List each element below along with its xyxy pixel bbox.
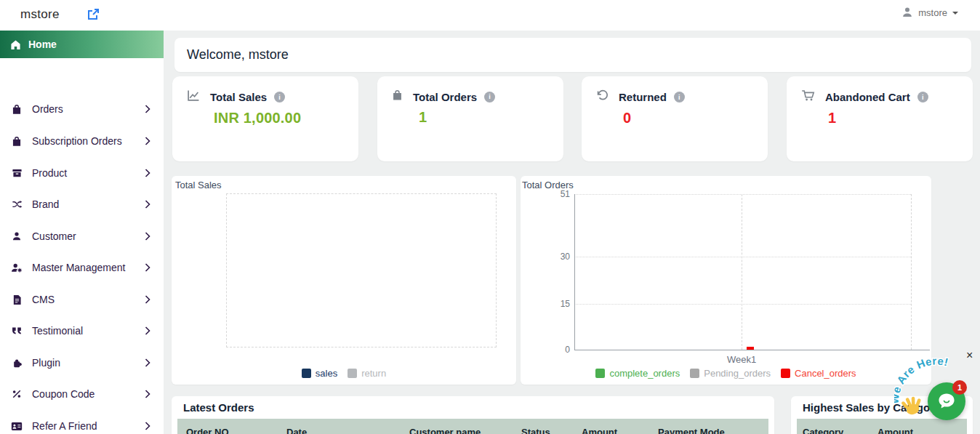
external-link-icon[interactable] bbox=[87, 8, 100, 21]
y-tick-label: 30 bbox=[548, 252, 570, 262]
person-gear-icon bbox=[10, 262, 23, 273]
legend-swatch bbox=[595, 369, 605, 378]
stat-value: 1 bbox=[419, 109, 552, 126]
puzzle-icon bbox=[10, 358, 23, 369]
y-tick-label: 0 bbox=[548, 345, 570, 355]
total-sales-chart: Total Sales sales return bbox=[172, 176, 516, 385]
sidebar-item-orders[interactable]: Orders bbox=[0, 93, 164, 125]
stat-card-total-orders: Total Orders 1 bbox=[377, 76, 563, 161]
gridline bbox=[574, 304, 911, 305]
sidebar-item-subscription-orders[interactable]: Subscription Orders bbox=[0, 125, 164, 157]
sidebar-item-product[interactable]: Product bbox=[0, 157, 164, 189]
chevron-right-icon bbox=[143, 421, 152, 431]
page-title: Welcome, mstore bbox=[187, 47, 289, 63]
person-icon bbox=[10, 231, 23, 241]
legend-swatch bbox=[781, 369, 790, 378]
legend-cancel-orders[interactable]: Cancel_orders bbox=[781, 368, 856, 379]
brand-logo[interactable]: mstore bbox=[20, 7, 60, 22]
gridline bbox=[742, 194, 742, 350]
legend-label: Pending_orders bbox=[704, 368, 771, 379]
stat-label: Total Orders bbox=[413, 91, 477, 103]
sidebar-item-label: Subscription Orders bbox=[32, 135, 122, 147]
sidebar-item-label: CMS bbox=[32, 294, 55, 305]
sidebar-item-label: Refer A Friend bbox=[32, 420, 97, 432]
sidebar-item-home[interactable]: Home bbox=[0, 31, 164, 58]
sidebar-item-brand[interactable]: Brand bbox=[0, 188, 164, 220]
id-card-icon bbox=[10, 422, 23, 431]
sidebar-item-refer-a-friend[interactable]: Refer A Friend bbox=[0, 410, 164, 434]
user-menu[interactable]: mstore bbox=[901, 7, 958, 18]
y-tick-label: 51 bbox=[548, 189, 570, 199]
info-icon[interactable] bbox=[484, 92, 495, 103]
chevron-right-icon bbox=[143, 199, 152, 209]
stat-label: Abandoned Cart bbox=[825, 91, 910, 103]
table-header-row: Category Amount bbox=[797, 419, 967, 434]
legend-label: Cancel_orders bbox=[795, 368, 856, 379]
notification-badge[interactable]: 1 bbox=[952, 380, 967, 395]
sidebar-item-coupon-code[interactable]: Coupon Code bbox=[0, 378, 164, 410]
sidebar-item-label: Master Management bbox=[32, 262, 125, 273]
sidebar-item-plugin[interactable]: Plugin bbox=[0, 347, 164, 379]
total-orders-chart: Total Orders 51 30 15 0 Week1 complete_o… bbox=[521, 176, 931, 385]
legend-label: return bbox=[361, 368, 386, 379]
info-icon[interactable] bbox=[274, 92, 285, 103]
legend-sales[interactable]: sales bbox=[302, 368, 337, 379]
caret-down-icon bbox=[952, 12, 958, 15]
column-header: Status bbox=[521, 427, 582, 434]
line-chart-icon bbox=[187, 89, 200, 105]
chevron-right-icon bbox=[143, 389, 152, 399]
sidebar-item-cms[interactable]: CMS bbox=[0, 284, 164, 316]
y-axis bbox=[574, 194, 575, 350]
sidebar-item-label: Plugin bbox=[32, 357, 60, 369]
chevron-right-icon bbox=[143, 168, 152, 178]
bag-icon bbox=[10, 104, 23, 115]
stat-value: INR 1,000.00 bbox=[214, 110, 347, 126]
stat-card-abandoned-cart: Abandoned Cart 1 bbox=[787, 76, 973, 161]
gridline bbox=[574, 194, 911, 195]
stat-label: Total Sales bbox=[210, 91, 267, 103]
bag-icon bbox=[10, 136, 23, 147]
chevron-right-icon bbox=[143, 358, 152, 368]
info-icon[interactable] bbox=[674, 92, 685, 103]
rotate-ccw-icon bbox=[596, 89, 609, 105]
sidebar-item-testimonial[interactable]: Testimonial bbox=[0, 315, 164, 347]
welcome-card: Welcome, mstore bbox=[174, 38, 971, 72]
table-header-row: Order NO Date Customer name Status Amoun… bbox=[177, 419, 768, 434]
stat-label: Returned bbox=[619, 91, 667, 103]
column-header: Payment Mode bbox=[658, 427, 725, 434]
home-icon bbox=[10, 39, 21, 50]
sidebar-item-label: Orders bbox=[32, 103, 63, 115]
y-tick-label: 15 bbox=[548, 299, 570, 309]
x-axis bbox=[574, 350, 930, 350]
topbar: mstore mstore bbox=[0, 0, 980, 31]
chevron-right-icon bbox=[143, 136, 152, 146]
chevron-right-icon bbox=[143, 326, 152, 336]
column-header: Date bbox=[286, 427, 409, 434]
person-icon bbox=[901, 7, 913, 18]
legend-label: complete_orders bbox=[609, 368, 680, 379]
column-header: Amount bbox=[877, 427, 913, 434]
stat-value: 0 bbox=[623, 110, 756, 126]
column-header: Category bbox=[797, 427, 877, 434]
column-header: Customer name bbox=[409, 427, 521, 434]
cancel-orders-bar[interactable] bbox=[747, 347, 754, 350]
legend-pending-orders[interactable]: Pending_orders bbox=[690, 368, 771, 379]
section-title: Latest Orders bbox=[183, 401, 254, 414]
shuffle-icon bbox=[10, 199, 23, 209]
sidebar-item-master-management[interactable]: Master Management bbox=[0, 252, 164, 284]
sidebar-item-label: Customer bbox=[32, 230, 76, 242]
empty-plot-area bbox=[226, 193, 497, 347]
section-title: Highest Sales by Category bbox=[803, 401, 940, 414]
legend-swatch bbox=[302, 369, 311, 378]
chevron-right-icon bbox=[143, 294, 152, 305]
chat-bubble-icon bbox=[936, 391, 957, 411]
chevron-right-icon bbox=[143, 231, 152, 241]
close-icon[interactable]: × bbox=[966, 350, 973, 361]
legend-complete-orders[interactable]: complete_orders bbox=[595, 368, 680, 379]
legend-return[interactable]: return bbox=[348, 368, 386, 379]
sidebar-item-label: Coupon Code bbox=[32, 388, 95, 400]
bag-icon bbox=[392, 89, 403, 104]
quote-icon bbox=[10, 326, 23, 335]
sidebar-item-customer[interactable]: Customer bbox=[0, 220, 164, 252]
info-icon[interactable] bbox=[917, 92, 928, 103]
